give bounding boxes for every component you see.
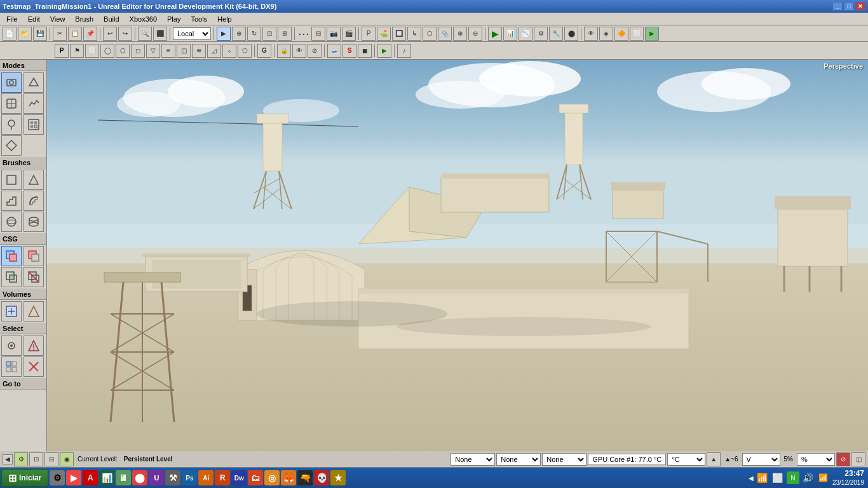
taskbar-app-r[interactable]: R	[215, 470, 230, 485]
tb-sphere-v[interactable]: ◯	[100, 44, 114, 58]
tb3-icon2[interactable]: ⊡	[29, 452, 43, 466]
taskbar-app-acrobat[interactable]: A	[83, 470, 98, 485]
tb-run[interactable]: ▶	[645, 27, 659, 41]
status-combo3[interactable]: None	[542, 453, 587, 466]
select-deselect[interactable]	[24, 356, 44, 377]
status-combo2[interactable]: None	[496, 453, 541, 466]
tb-real1[interactable]: ◼	[358, 44, 372, 58]
tb-lock[interactable]: 🔒	[277, 44, 291, 58]
taskbar-app-photoshop[interactable]: Ps	[182, 470, 197, 485]
brush-sphere[interactable]	[1, 212, 22, 232]
tb-G[interactable]: G	[257, 44, 271, 58]
select-grid-btn[interactable]	[1, 356, 22, 377]
tb-cone2[interactable]: ▽	[146, 44, 160, 58]
tb-tool8[interactable]: ⊖	[468, 27, 482, 41]
tb-music[interactable]: ♪	[397, 44, 411, 58]
tb-tool7[interactable]: ⊕	[453, 27, 467, 41]
tb-play2[interactable]: ▶	[377, 44, 391, 58]
tray-icon-volume[interactable]: 🔊	[802, 471, 815, 484]
tb-perf[interactable]: 📉	[519, 27, 532, 41]
tray-icon-green2[interactable]: N	[787, 471, 799, 484]
tb3-red1[interactable]: ⊘	[836, 452, 850, 466]
brush-stair-c[interactable]	[24, 191, 44, 211]
tb-leaf[interactable]: ⬠	[238, 44, 252, 58]
tb-scale2[interactable]: ⊞	[278, 27, 292, 41]
fps-combo[interactable]: V	[742, 453, 780, 466]
menu-tools[interactable]: Tools	[186, 14, 212, 24]
mode-meshpaint[interactable]	[1, 93, 22, 114]
taskbar-app-dreamweaver[interactable]: Dw	[231, 470, 247, 485]
tb3-ups[interactable]: ▲	[707, 452, 721, 466]
close-button[interactable]: ✕	[855, 2, 865, 11]
tb-rotate[interactable]: ↻	[247, 27, 261, 41]
mode-geometry[interactable]	[24, 72, 44, 93]
tb-veh[interactable]: ◿	[207, 44, 221, 58]
minimize-button[interactable]: _	[832, 2, 843, 11]
menu-file[interactable]: File	[1, 14, 23, 24]
tb-wireframe-p[interactable]: P	[55, 44, 69, 58]
csg-deintersect[interactable]	[24, 267, 44, 287]
tb3-detail[interactable]: ◫	[851, 452, 865, 466]
brush-stair-l[interactable]	[1, 191, 22, 211]
menu-build[interactable]: Build	[98, 14, 124, 24]
taskbar-app-tool[interactable]: ⚒	[165, 470, 180, 485]
tb-tool1[interactable]: P	[362, 27, 376, 41]
tb-new[interactable]: 📄	[3, 27, 17, 41]
tb-search[interactable]: 🔍	[138, 27, 152, 41]
tb-box2[interactable]: ◻	[131, 44, 145, 58]
menu-help[interactable]: Help	[212, 14, 237, 24]
tb-more1[interactable]: ⚙	[534, 27, 548, 41]
tb3-icon4[interactable]: ◉	[60, 452, 74, 466]
mode-bsp[interactable]	[1, 135, 22, 156]
tb-unknown1[interactable]: ⬛	[153, 27, 167, 41]
tray-icon-network[interactable]: 📶	[756, 471, 769, 484]
select-property[interactable]	[24, 336, 44, 356]
taskbar-app-desktop[interactable]: 🖥	[116, 470, 131, 485]
taskbar-app-chrome[interactable]: ◎	[264, 470, 280, 485]
mode-foliage[interactable]	[1, 114, 22, 135]
tb-tool3[interactable]: 🔲	[392, 27, 406, 41]
menu-view[interactable]: View	[45, 14, 71, 24]
tb-s-icon[interactable]: S	[342, 44, 356, 58]
tray-arrow[interactable]: ◀	[749, 475, 754, 482]
tb-paste[interactable]: 📌	[83, 27, 97, 41]
tb3-arrow[interactable]: ◀	[3, 454, 13, 464]
taskbar-app-weapon[interactable]: 🔫	[297, 470, 313, 485]
tb-cam2[interactable]: 🎬	[342, 27, 356, 41]
csg-intersect[interactable]	[1, 267, 22, 287]
tb-hidden[interactable]: ⊘	[308, 44, 322, 58]
volume-2[interactable]	[24, 301, 44, 322]
mode-terrain[interactable]	[24, 93, 44, 114]
menu-edit[interactable]: Edit	[23, 14, 45, 24]
taskbar-app-media[interactable]: ▶	[66, 470, 81, 485]
taskbar-app-system[interactable]: ⚙	[50, 470, 65, 485]
tb-open[interactable]: 📂	[18, 27, 32, 41]
taskbar-app-red[interactable]: 💀	[314, 470, 329, 485]
taskbar-app-6[interactable]: ⬤	[132, 470, 147, 485]
tb-vis[interactable]: 👁	[584, 27, 598, 41]
start-button[interactable]: ⊞ Iniciar	[1, 469, 48, 487]
tb-cyl[interactable]: ⬡	[116, 44, 130, 58]
tb-sheet[interactable]: ◫	[177, 44, 191, 58]
taskbar-app-firefox[interactable]: 🦊	[281, 470, 296, 485]
tb-select-mode[interactable]: ▶	[217, 27, 231, 41]
tb-cut[interactable]: ✂	[53, 27, 67, 41]
tb3-icon3[interactable]: ⊟	[44, 452, 58, 466]
brush-box[interactable]	[1, 170, 22, 190]
menu-brush[interactable]: Brush	[70, 14, 98, 24]
tb-more2[interactable]: 🔧	[549, 27, 563, 41]
tb-tool4[interactable]: ↳	[407, 27, 421, 41]
taskbar-app-star[interactable]: ★	[330, 470, 346, 485]
tb-play-btn[interactable]: ▶	[488, 27, 502, 41]
brush-cone[interactable]	[24, 170, 44, 190]
tb-redo[interactable]: ↪	[118, 27, 132, 41]
tb-more3[interactable]: ⬤	[564, 27, 578, 41]
tb-fluid[interactable]: ≋	[192, 44, 206, 58]
brush-cylinder[interactable]	[24, 212, 44, 232]
tb-terrain[interactable]: 🗻	[327, 44, 341, 58]
tb-eye[interactable]: 👁	[292, 44, 306, 58]
tb-detail3[interactable]: ⬜	[630, 27, 644, 41]
tb3-icon1[interactable]: ⚙	[14, 452, 28, 466]
temp-unit-combo[interactable]: °C	[667, 453, 705, 466]
tb-scale[interactable]: ⊡	[262, 27, 276, 41]
